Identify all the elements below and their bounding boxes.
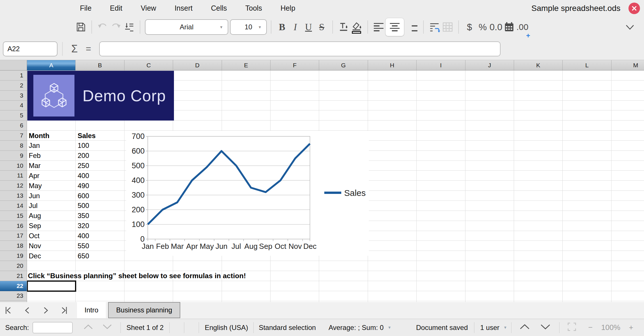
percent-format-button[interactable]: % [476, 18, 489, 36]
column-header-C[interactable]: C [124, 60, 173, 70]
more-options-button[interactable] [623, 18, 637, 36]
cell-B13[interactable]: 600 [76, 192, 124, 200]
text-color-button[interactable] [337, 18, 350, 36]
number-format-button[interactable]: 0.0 [489, 18, 503, 36]
column-header-E[interactable]: E [222, 60, 271, 70]
cell-B15[interactable]: 350 [76, 212, 124, 220]
underline-button[interactable]: U [302, 18, 315, 36]
row-header-17[interactable]: 17 [0, 231, 27, 241]
row-header-4[interactable]: 4 [0, 101, 27, 111]
cell-B8[interactable]: 100 [76, 142, 124, 150]
row-header-2[interactable]: 2 [0, 81, 27, 91]
bold-button[interactable]: B [275, 18, 289, 36]
undo-button[interactable] [96, 18, 109, 36]
cell-B19[interactable]: 650 [76, 252, 124, 260]
redo-button[interactable] [109, 18, 122, 36]
align-center-button[interactable] [385, 18, 404, 36]
users-status[interactable]: 1 user [480, 324, 499, 332]
highlight-color-button[interactable] [350, 18, 363, 36]
row-header-9[interactable]: 9 [0, 151, 27, 161]
cell-A16[interactable]: Sep [27, 222, 76, 230]
row-header-16[interactable]: 16 [0, 221, 27, 231]
cell-A13[interactable]: Jun [27, 192, 76, 200]
column-header-L[interactable]: L [563, 60, 611, 70]
cell-A8[interactable]: Jan [27, 142, 76, 150]
font-size-select[interactable]: 10 ▼ [230, 19, 267, 35]
selected-cell-cursor[interactable] [27, 280, 76, 292]
cell-B14[interactable]: 500 [76, 202, 124, 210]
column-header-M[interactable]: M [612, 60, 644, 70]
sheet-info[interactable]: Sheet 1 of 2 [126, 324, 164, 332]
first-sheet-button[interactable] [2, 304, 14, 316]
cell-A7[interactable]: Month [27, 132, 76, 140]
cell-A9[interactable]: Feb [27, 152, 76, 160]
zoom-out-button[interactable]: − [588, 323, 593, 332]
row-header-20[interactable]: 20 [0, 261, 27, 271]
menu-view[interactable]: View [141, 4, 156, 12]
cell-B9[interactable]: 200 [76, 152, 124, 160]
scroll-down-button[interactable] [539, 323, 552, 332]
column-header-F[interactable]: F [271, 60, 319, 70]
row-header-18[interactable]: 18 [0, 241, 27, 251]
next-sheet-button[interactable] [40, 304, 52, 316]
scroll-up-button[interactable] [518, 323, 531, 332]
formula-input[interactable] [99, 41, 501, 56]
cell-A19[interactable]: Dec [27, 252, 76, 260]
merge-cells-button[interactable] [441, 18, 454, 36]
font-name-select[interactable]: Arial ▼ [145, 19, 228, 35]
align-left-button[interactable] [372, 18, 385, 36]
column-header-G[interactable]: G [319, 60, 368, 70]
row-header-1[interactable]: 1 [0, 70, 27, 81]
cells-area[interactable]: Demo Corp MonthSalesJan100Feb200Mar250Ap… [27, 70, 644, 302]
row-header-8[interactable]: 8 [0, 141, 27, 151]
tab-intro[interactable]: Intro [77, 302, 106, 318]
chevron-down-icon[interactable]: ▼ [388, 325, 391, 330]
row-header-23[interactable]: 23 [0, 291, 27, 301]
row-header-21[interactable]: 21 [0, 271, 27, 281]
menu-cells[interactable]: Cells [211, 4, 227, 12]
zoom-in-button[interactable]: + [629, 323, 633, 332]
language-status[interactable]: English (USA) [205, 324, 248, 332]
search-previous-button[interactable] [83, 323, 94, 332]
row-header-14[interactable]: 14 [0, 201, 27, 211]
row-header-22[interactable]: 22 [0, 281, 27, 291]
row-header-5[interactable]: 5 [0, 110, 27, 121]
row-header-6[interactable]: 6 [0, 121, 27, 131]
cell-B11[interactable]: 400 [76, 172, 124, 180]
cell-B7[interactable]: Sales [76, 132, 124, 140]
search-next-button[interactable] [101, 323, 113, 332]
column-header-B[interactable]: B [76, 60, 124, 70]
cell-B16[interactable]: 320 [76, 222, 124, 230]
equals-button[interactable]: = [86, 43, 91, 54]
cell-A12[interactable]: May [27, 182, 76, 190]
strikethrough-button[interactable]: S [315, 18, 328, 36]
selection-mode-status[interactable]: Standard selection [259, 324, 316, 332]
cell-B17[interactable]: 400 [76, 232, 124, 240]
italic-button[interactable]: I [289, 18, 302, 36]
column-header-A[interactable]: A [27, 60, 76, 70]
cell-A10[interactable]: Mar [27, 162, 76, 170]
menu-help[interactable]: Help [281, 4, 295, 12]
row-header-19[interactable]: 19 [0, 251, 27, 261]
tab-business-planning[interactable]: Business planning [108, 302, 180, 318]
select-all-corner[interactable] [0, 60, 27, 70]
column-header-I[interactable]: I [417, 60, 465, 70]
menu-tools[interactable]: Tools [245, 4, 262, 12]
row-header-7[interactable]: 7 [0, 131, 27, 141]
row-header-12[interactable]: 12 [0, 181, 27, 191]
stats-status[interactable]: Average: ; Sum: 0 [329, 324, 384, 332]
cell-A15[interactable]: Aug [27, 212, 76, 220]
cell-B12[interactable]: 490 [76, 182, 124, 190]
row-header-11[interactable]: 11 [0, 171, 27, 181]
previous-sheet-button[interactable] [21, 304, 33, 316]
column-header-K[interactable]: K [514, 60, 563, 70]
search-input[interactable] [32, 322, 73, 333]
align-right-button[interactable] [406, 18, 419, 36]
cell-A18[interactable]: Nov [27, 242, 76, 250]
column-header-D[interactable]: D [173, 60, 222, 70]
date-format-button[interactable] [503, 18, 516, 36]
chevron-down-icon[interactable]: ▼ [503, 325, 507, 330]
company-banner[interactable]: Demo Corp [27, 71, 174, 121]
format-indent-button[interactable] [122, 18, 136, 36]
menu-file[interactable]: File [80, 4, 91, 12]
